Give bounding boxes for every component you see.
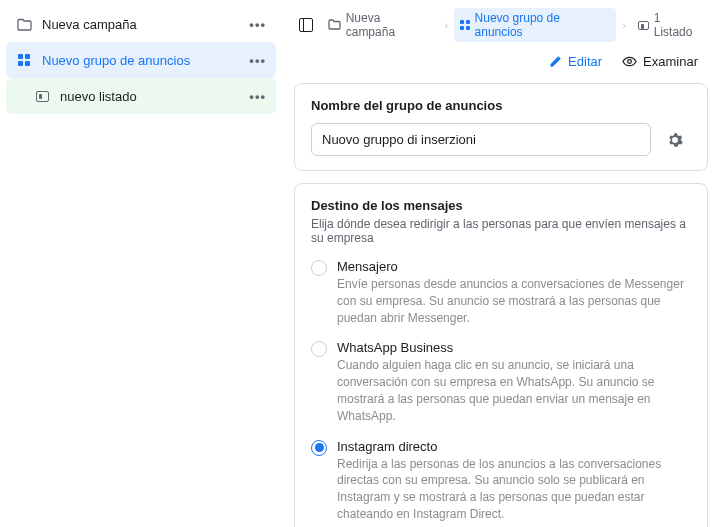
action-bar: Editar Examinar — [282, 46, 720, 83]
card-title: Destino de los mensajes — [311, 198, 691, 213]
breadcrumb-campaign[interactable]: Nueva campaña — [322, 8, 439, 42]
sidebar-item-adset[interactable]: Nuevo grupo de anuncios ••• — [6, 42, 276, 78]
edit-label: Editar — [568, 54, 602, 69]
breadcrumb-label: Nueva campaña — [346, 11, 433, 39]
sidebar-item-campaign[interactable]: Nueva campaña ••• — [6, 6, 276, 42]
adset-name-input[interactable] — [311, 123, 651, 156]
examine-label: Examinar — [643, 54, 698, 69]
radio-option-messenger[interactable]: Mensajero Envíe personas desde anuncios … — [311, 259, 691, 336]
sidebar-item-ad[interactable]: nuevo listado ••• — [6, 78, 276, 114]
pencil-icon — [549, 55, 562, 68]
examine-button[interactable]: Examinar — [616, 50, 704, 73]
sidebar-item-label: Nueva campaña — [42, 17, 249, 32]
breadcrumb-label: Nuevo grupo de anuncios — [475, 11, 611, 39]
adset-name-card: Nombre del grupo de anuncios — [294, 83, 708, 171]
eye-icon — [622, 54, 637, 69]
card-subtitle: Elija dónde desea redirigir a las person… — [311, 217, 691, 245]
svg-point-0 — [628, 60, 632, 64]
radio-label: Instagram directo — [337, 439, 691, 454]
panel-toggle-button[interactable] — [294, 13, 318, 37]
main-panel: Nueva campaña › Nuevo grupo de anuncios … — [282, 0, 720, 527]
more-icon[interactable]: ••• — [249, 89, 266, 104]
edit-button[interactable]: Editar — [543, 50, 608, 73]
radio-icon — [311, 341, 327, 357]
message-destination-card: Destino de los mensajes Elija dónde dese… — [294, 183, 708, 527]
chevron-right-icon: › — [442, 19, 450, 31]
radio-icon — [311, 440, 327, 456]
radio-label: WhatsApp Business — [337, 340, 691, 355]
more-icon[interactable]: ••• — [249, 53, 266, 68]
top-bar: Nueva campaña › Nuevo grupo de anuncios … — [282, 0, 720, 46]
gear-icon — [667, 132, 683, 148]
radio-description: Envíe personas desde anuncios a conversa… — [337, 276, 691, 326]
settings-button[interactable] — [659, 124, 691, 156]
radio-option-instagram[interactable]: Instagram directo Redirija a las persona… — [311, 439, 691, 527]
sidebar-item-label: Nuevo grupo de anuncios — [42, 53, 249, 68]
breadcrumb-ad[interactable]: 1 Listado — [632, 8, 708, 42]
breadcrumb-adset[interactable]: Nuevo grupo de anuncios — [454, 8, 616, 42]
ad-icon — [34, 88, 50, 104]
grid-icon — [16, 52, 32, 68]
sidebar: Nueva campaña ••• Nuevo grupo de anuncio… — [0, 0, 282, 527]
radio-description: Cuando alguien haga clic en su anuncio, … — [337, 357, 691, 424]
more-icon[interactable]: ••• — [249, 17, 266, 32]
sidebar-item-label: nuevo listado — [60, 89, 249, 104]
radio-icon — [311, 260, 327, 276]
radio-description: Redirija a las personas de los anuncios … — [337, 456, 691, 523]
radio-label: Mensajero — [337, 259, 691, 274]
breadcrumb-label: 1 Listado — [654, 11, 702, 39]
radio-option-whatsapp[interactable]: WhatsApp Business Cuando alguien haga cl… — [311, 340, 691, 434]
chevron-right-icon: › — [620, 19, 628, 31]
card-title: Nombre del grupo de anuncios — [311, 98, 691, 113]
folder-icon — [16, 16, 32, 32]
